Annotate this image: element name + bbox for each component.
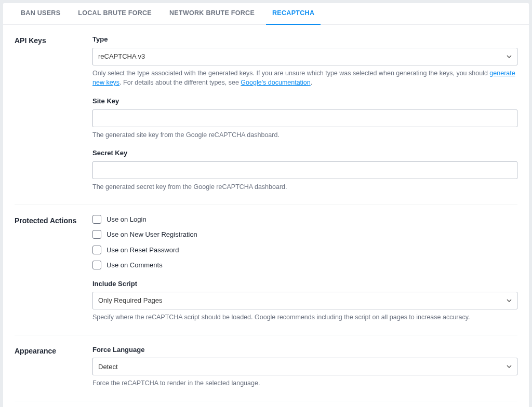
- check-row-register: Use on New User Registration: [92, 229, 517, 240]
- chevron-down-icon: [507, 298, 512, 303]
- chevron-down-icon: [507, 54, 512, 59]
- section-appearance: Appearance Force Language Detect Force t…: [15, 335, 517, 401]
- chevron-down-icon: [507, 364, 512, 369]
- label-site-key: Site Key: [92, 96, 517, 106]
- help-site-key: The generated site key from the Google r…: [92, 130, 517, 140]
- checkbox-label-comments: Use on Comments: [107, 260, 163, 270]
- select-force-language[interactable]: Detect: [92, 358, 517, 375]
- checkbox-use-on-login[interactable]: [92, 215, 101, 224]
- help-include-script: Specify where the reCAPTCHA script shoul…: [92, 313, 517, 322]
- tab-ban-users[interactable]: BAN USERS: [15, 3, 66, 25]
- checkbox-label-login: Use on Login: [107, 214, 147, 225]
- link-google-documentation[interactable]: Google's documentation: [241, 79, 310, 86]
- tab-recaptcha[interactable]: RECAPTCHA: [266, 3, 321, 25]
- label-type: Type: [92, 34, 517, 45]
- section-title-api-keys: API Keys: [15, 34, 92, 192]
- checkbox-label-register: Use on New User Registration: [107, 229, 197, 240]
- section-title-protected-actions: Protected Actions: [15, 214, 92, 322]
- checkbox-label-reset: Use on Reset Password: [107, 245, 179, 255]
- checkbox-use-on-comments[interactable]: [92, 261, 101, 269]
- field-include-script: Include Script Only Required Pages Speci…: [92, 279, 517, 322]
- tab-bar: BAN USERS LOCAL BRUTE FORCE NETWORK BRUT…: [3, 3, 529, 25]
- label-secret-key: Secret Key: [92, 148, 517, 158]
- input-site-key[interactable]: [92, 110, 517, 127]
- section-title-appearance: Appearance: [15, 345, 92, 388]
- field-type: Type reCAPTCHA v3 Only select the type a…: [92, 34, 517, 88]
- field-site-key: Site Key The generated site key from the…: [92, 96, 517, 140]
- section-api-keys: API Keys Type reCAPTCHA v3 Only select t…: [15, 25, 517, 205]
- help-secret-key: The generated secret key from the Google…: [92, 182, 517, 192]
- section-lockout: Lockout Block Threshold Google reCAPTCHA…: [15, 401, 517, 407]
- field-secret-key: Secret Key The generated secret key from…: [92, 148, 517, 192]
- checkbox-use-on-register[interactable]: [92, 230, 101, 239]
- label-force-language: Force Language: [92, 345, 517, 355]
- tab-network-brute-force[interactable]: NETWORK BRUTE FORCE: [163, 3, 261, 25]
- help-force-language: Force the reCAPTCHA to render in the sel…: [92, 378, 517, 388]
- label-include-script: Include Script: [92, 279, 517, 289]
- checkbox-use-on-reset[interactable]: [92, 246, 101, 254]
- tab-local-brute-force[interactable]: LOCAL BRUTE FORCE: [72, 3, 158, 25]
- input-secret-key[interactable]: [92, 161, 517, 179]
- field-force-language: Force Language Detect Force the reCAPTCH…: [92, 345, 517, 388]
- content-area: API Keys Type reCAPTCHA v3 Only select t…: [3, 25, 529, 407]
- section-protected-actions: Protected Actions Use on Login Use on Ne…: [15, 205, 517, 335]
- check-row-login: Use on Login: [92, 214, 517, 225]
- select-force-language-value: Detect: [98, 362, 118, 372]
- help-type: Only select the type associated with the…: [92, 69, 517, 88]
- select-recaptcha-type-value: reCAPTCHA v3: [98, 51, 145, 62]
- select-include-script[interactable]: Only Required Pages: [92, 292, 517, 309]
- select-include-script-value: Only Required Pages: [98, 295, 163, 306]
- select-recaptcha-type[interactable]: reCAPTCHA v3: [92, 48, 517, 65]
- check-row-comments: Use on Comments: [92, 260, 517, 270]
- check-row-reset: Use on Reset Password: [92, 245, 517, 255]
- settings-panel: BAN USERS LOCAL BRUTE FORCE NETWORK BRUT…: [3, 3, 529, 407]
